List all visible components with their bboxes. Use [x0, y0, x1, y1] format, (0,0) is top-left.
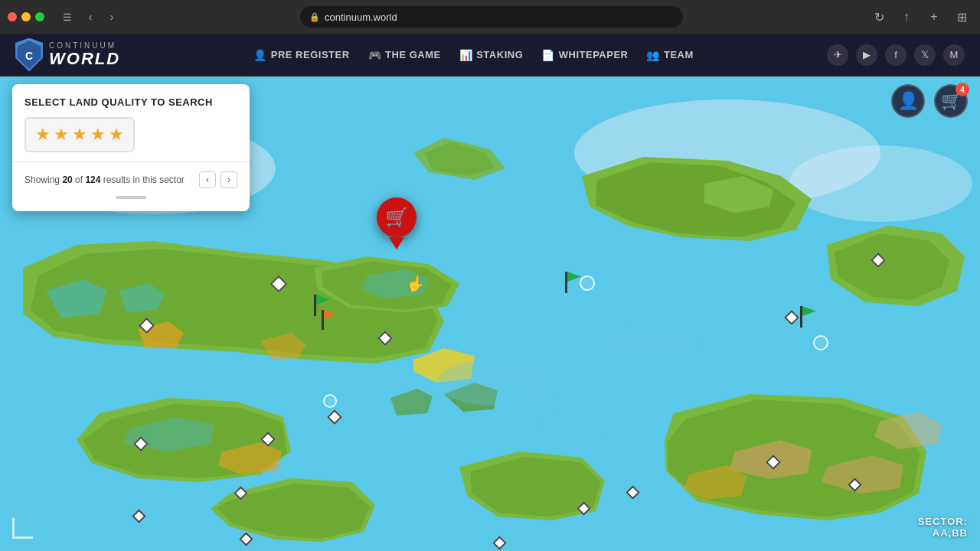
logo-bottom-text: WORLD: [49, 49, 120, 68]
logo-area: C CONTINUUM WORLD: [15, 38, 120, 72]
results-text: Showing 20 of 124 results in this sector…: [24, 171, 237, 188]
back-button[interactable]: ‹: [81, 8, 100, 26]
panel-drag-handle[interactable]: [116, 196, 146, 199]
nav-team-label: TEAM: [664, 49, 694, 60]
cart-badge: 4: [956, 83, 969, 96]
grid-view-button[interactable]: ⊞: [951, 6, 972, 28]
browser-chrome: ☰ ‹ › 🔒 continuum.world ↻ ↑ + ⊞: [0, 0, 980, 34]
nav-whitepaper-label: WHITEPAPER: [559, 49, 629, 60]
browser-navigation: ☰ ‹ ›: [57, 6, 121, 28]
minimize-button[interactable]: [21, 12, 31, 21]
nav-the-game-label: THE GAME: [385, 49, 441, 60]
close-button[interactable]: [8, 12, 17, 21]
team-icon: 👥: [646, 49, 660, 61]
staking-icon: 📊: [459, 49, 473, 61]
game-icon: 🎮: [368, 49, 382, 61]
prev-page-button[interactable]: ‹: [199, 171, 216, 188]
star-1[interactable]: ★: [35, 125, 51, 145]
panel-divider: [12, 161, 250, 162]
sector-label-line1: SECTOR:: [918, 516, 968, 527]
address-bar[interactable]: 🔒 continuum.world: [300, 6, 683, 28]
medium-icon[interactable]: M: [943, 44, 965, 66]
cart-button[interactable]: 🛒 4: [934, 84, 968, 118]
logo-shield-icon: C: [15, 38, 43, 72]
svg-point-40: [536, 413, 612, 444]
maximize-button[interactable]: [35, 12, 44, 21]
facebook-icon[interactable]: f: [885, 44, 906, 66]
next-page-button[interactable]: ›: [220, 171, 237, 188]
nav-whitepaper[interactable]: 📄 WHITEPAPER: [541, 49, 628, 61]
pre-register-icon: 👤: [253, 49, 267, 61]
svg-point-38: [436, 360, 559, 406]
twitter-icon[interactable]: 𝕏: [914, 44, 936, 66]
main-content: SELECT LAND QUALITY TO SEARCH ★ ★ ★ ★ ★ …: [0, 77, 980, 551]
forward-button[interactable]: ›: [103, 8, 121, 26]
sidebar-toggle[interactable]: ☰: [57, 6, 78, 28]
search-panel-title: SELECT LAND QUALITY TO SEARCH: [24, 96, 237, 108]
top-right-icons: 👤 🛒 4: [891, 84, 968, 118]
whitepaper-icon: 📄: [541, 49, 555, 61]
browser-actions: ↻ ↑ + ⊞: [868, 6, 972, 28]
nav-pre-register-label: PRE REGISTER: [271, 49, 350, 60]
svg-text:C: C: [25, 50, 33, 62]
star-3[interactable]: ★: [72, 125, 87, 145]
url-text: continuum.world: [325, 11, 397, 23]
user-icon: 👤: [898, 91, 919, 111]
nav-staking[interactable]: 📊 STAKING: [459, 49, 524, 61]
reload-button[interactable]: ↻: [868, 6, 890, 28]
game-navbar: C CONTINUUM WORLD 👤 PRE REGISTER 🎮 THE G…: [0, 34, 980, 77]
star-5[interactable]: ★: [109, 125, 124, 145]
nav-the-game[interactable]: 🎮 THE GAME: [368, 49, 441, 61]
svg-point-4: [789, 145, 972, 222]
telegram-icon[interactable]: ✈: [827, 44, 848, 66]
search-panel: SELECT LAND QUALITY TO SEARCH ★ ★ ★ ★ ★ …: [12, 84, 250, 211]
user-profile-button[interactable]: 👤: [891, 84, 925, 118]
results-current: 20: [62, 174, 72, 185]
nav-pre-register[interactable]: 👤 PRE REGISTER: [253, 49, 349, 61]
nav-staking-label: STAKING: [476, 49, 523, 60]
svg-point-39: [605, 325, 697, 364]
star-2[interactable]: ★: [54, 125, 69, 145]
nav-links: 👤 PRE REGISTER 🎮 THE GAME 📊 STAKING 📄 WH…: [253, 49, 694, 61]
sector-label-line2: AA,BB: [918, 527, 968, 539]
add-tab-button[interactable]: +: [923, 6, 945, 28]
nav-team[interactable]: 👥 TEAM: [646, 49, 693, 61]
star-4[interactable]: ★: [90, 125, 106, 145]
lock-icon: 🔒: [309, 12, 320, 22]
window-controls: [8, 12, 44, 21]
share-button[interactable]: ↑: [896, 6, 917, 28]
social-links: ✈ ▶ f 𝕏 M: [827, 44, 965, 66]
pagination-controls: ‹ ›: [199, 171, 237, 188]
sector-label: SECTOR: AA,BB: [918, 516, 968, 539]
youtube-icon[interactable]: ▶: [856, 44, 877, 66]
results-summary: Showing 20 of 124 results in this sector: [24, 174, 185, 185]
stars-container[interactable]: ★ ★ ★ ★ ★: [24, 117, 135, 152]
results-total: 124: [85, 174, 100, 185]
